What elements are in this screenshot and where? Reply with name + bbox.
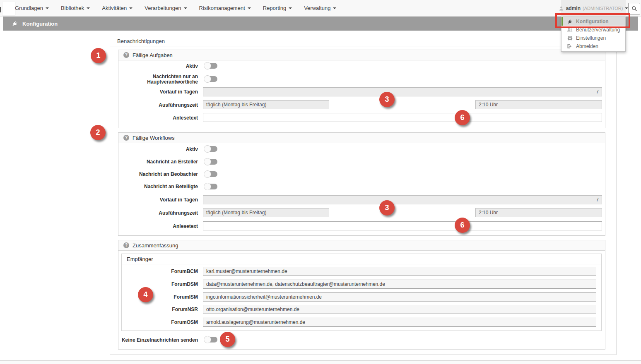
hauptverantwortliche-toggle[interactable] [204, 75, 218, 83]
forumnsr-label: ForumNSR [120, 307, 198, 312]
vorlauf-input [203, 87, 602, 96]
annotation-badge: 3 [379, 200, 395, 216]
section-header: ? Zusammenfassung [118, 240, 605, 251]
aktiv-label: Aktiv [120, 147, 198, 152]
annotation-badge: 3 [379, 92, 395, 107]
beobachter-toggle[interactable] [204, 170, 218, 178]
logout-icon [567, 43, 573, 49]
forumism-input[interactable] [203, 292, 596, 302]
help-icon[interactable]: ? [123, 242, 129, 248]
user-name: admin [566, 5, 581, 11]
annotation-badge: 6 [455, 218, 470, 233]
panel-header: Benachrichtigungen [110, 36, 616, 46]
help-icon[interactable]: ? [123, 52, 129, 58]
empfaenger-title: Empfänger [127, 256, 153, 262]
beteiligte-toggle[interactable] [204, 183, 218, 190]
forumnsr-input[interactable] [203, 305, 596, 314]
footer-area [0, 361, 641, 364]
toggle-knob [204, 183, 211, 190]
forumosm-input[interactable] [203, 318, 596, 327]
nav-aktivitaeten-label: Aktivitäten [102, 5, 127, 11]
search-icon [631, 6, 637, 12]
nav-verwaltung[interactable]: Verwaltung [304, 5, 336, 11]
toggle-knob [204, 170, 211, 178]
page-title: Konfiguration [22, 21, 58, 27]
nav-grundlagen[interactable]: Grundlagen [15, 5, 49, 11]
user-icon [559, 6, 564, 11]
user-role: (ADMINISTRATOR) [583, 6, 623, 11]
nav-reporting-label: Reporting [263, 5, 286, 11]
section-title: Fällige Workflows [133, 135, 175, 141]
vorlauf-label: Vorlauf in Tagen [120, 89, 198, 95]
nav-risikomanagement-label: Risikomanagement [199, 5, 245, 11]
annotation-badge: 4 [138, 287, 153, 302]
panel-title: Benachrichtigungen [117, 38, 165, 44]
beobachter-label: Nachricht an Beobachter [120, 172, 198, 177]
ausfuehrungszeit-uhrzeit-input [475, 208, 602, 217]
ausfuehrungszeit-label: Ausführungszeit [120, 211, 198, 216]
ersteller-toggle[interactable] [204, 158, 218, 165]
app-window: Grundlagen Bibliothek Aktivitäten Verarb… [0, 0, 641, 364]
section-header: ? Fällige Workflows [118, 133, 605, 143]
ausfuehrungszeit-uhrzeit-input [475, 100, 602, 109]
toggle-knob [204, 336, 211, 343]
chevron-down-icon [184, 7, 187, 9]
keine-einzelnachrichten-toggle[interactable] [204, 336, 218, 343]
ausfuehrungszeit-input [203, 100, 329, 109]
section-title: Zusammenfassung [133, 242, 178, 249]
annotation-badge: 6 [455, 110, 470, 125]
forumbcm-input[interactable] [203, 267, 596, 276]
chevron-down-icon [46, 7, 49, 9]
chevron-down-icon [129, 7, 133, 9]
nav-reporting[interactable]: Reporting [263, 5, 292, 11]
chevron-down-icon [333, 7, 336, 9]
nav-grundlagen-label: Grundlagen [15, 5, 43, 11]
logo-placeholder [2, 2, 15, 15]
nav-bibliothek-label: Bibliothek [61, 5, 84, 11]
nav-verarbeitungen[interactable]: Verarbeitungen [145, 5, 187, 11]
chevron-down-icon [248, 7, 251, 9]
hauptverantwortliche-label: Nachrichten nur an Hauptverantwortliche [120, 74, 198, 85]
toggle-knob [204, 62, 211, 69]
anlesetext-label: Anlesetext [120, 115, 198, 121]
annotation-badge: 2 [90, 125, 106, 140]
keine-einzelnachrichten-label: Keine Einzelnachrichten senden [120, 338, 198, 343]
forumosm-label: ForumOSM [120, 320, 198, 325]
vorlauf-input [203, 195, 602, 204]
aktiv-label: Aktiv [120, 64, 198, 69]
cropped-edge-element [0, 7, 1, 12]
toggle-knob [204, 75, 211, 83]
aktiv-toggle[interactable] [204, 145, 218, 153]
nav-risikomanagement[interactable]: Risikomanagement [199, 5, 251, 11]
help-icon[interactable]: ? [123, 135, 129, 141]
annotation-badge: 5 [220, 332, 235, 347]
ausfuehrungszeit-input [203, 208, 329, 217]
menu-item-einstellungen[interactable]: Einstellungen [561, 34, 625, 42]
page-title-bar: Konfiguration [3, 17, 638, 31]
forumbcm-label: ForumBCM [120, 269, 198, 274]
forumdsm-label: ForumDSM [120, 282, 198, 287]
menu-item-abmelden[interactable]: Abmelden [561, 42, 625, 50]
anlesetext-input[interactable] [203, 221, 602, 230]
section-header: ? Fällige Aufgaben [118, 50, 605, 60]
nav-aktivitaeten[interactable]: Aktivitäten [102, 5, 133, 11]
annotation-badge: 1 [91, 48, 106, 63]
main-menu: Grundlagen Bibliothek Aktivitäten Verarb… [15, 0, 336, 16]
top-navigation-bar: Grundlagen Bibliothek Aktivitäten Verarb… [0, 0, 641, 17]
vorlauf-label: Vorlauf in Tagen [120, 197, 198, 203]
anlesetext-label: Anlesetext [120, 224, 198, 229]
forumdsm-input[interactable] [203, 280, 596, 289]
ersteller-label: Nachricht an Ersteller [120, 159, 198, 165]
menu-item-label: Abmelden [576, 43, 598, 49]
annotation-highlight-rect [555, 13, 630, 28]
nav-verarbeitungen-label: Verarbeitungen [145, 5, 181, 11]
menu-item-label: Einstellungen [576, 35, 606, 41]
aktiv-toggle[interactable] [204, 62, 218, 69]
beteiligte-label: Nachricht an Beteiligte [120, 184, 198, 189]
toggle-knob [204, 158, 211, 165]
chevron-down-icon [289, 7, 292, 9]
search-button[interactable] [628, 3, 640, 14]
anlesetext-input[interactable] [203, 113, 602, 122]
nav-bibliothek[interactable]: Bibliothek [61, 5, 90, 11]
gear-icon [567, 35, 573, 41]
